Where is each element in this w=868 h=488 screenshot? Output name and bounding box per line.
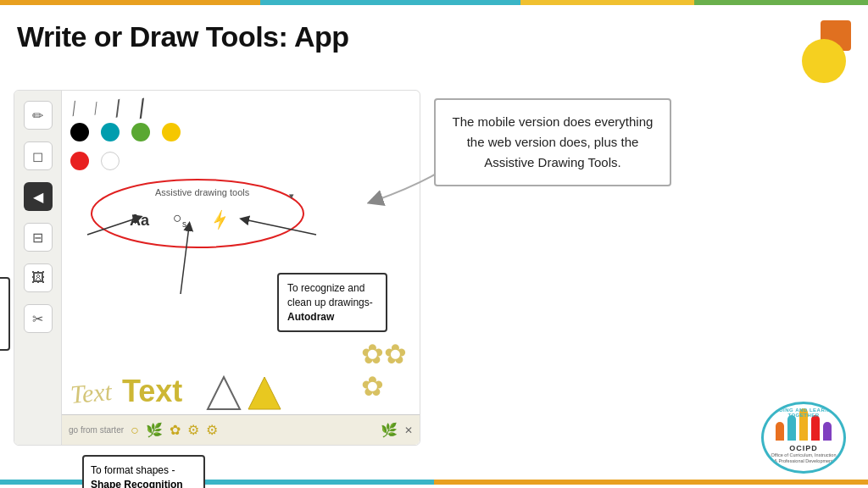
bottom-strip-close[interactable]: ✕: [404, 424, 413, 436]
bottom-strip-icon-4: ⚙: [187, 422, 199, 438]
annotation-handwriting: To clean up written text to typed text-H…: [0, 277, 10, 351]
page-title: Write or Draw Tools: App: [17, 20, 349, 53]
triangle-filled: [247, 375, 282, 411]
bottom-strip-text: go from starter: [69, 425, 124, 435]
color-teal[interactable]: [101, 123, 120, 141]
pillar-4: [811, 415, 820, 441]
bottom-strip-icon-3: ✿: [170, 422, 181, 438]
callout-text: The mobile version does everything the w…: [453, 114, 654, 169]
pen-icon-4: ╱: [135, 98, 150, 119]
flower-drawing: ✿✿✿: [361, 338, 407, 402]
triangle-shapes: [206, 375, 282, 411]
sidebar-toolbar: ✏ ◻ ◀ ⊟ 🖼 ✂: [14, 91, 62, 445]
main-content: ✏ ◻ ◀ ⊟ 🖼 ✂ ╱ ╱ ╱ ╱: [0, 90, 868, 480]
pen-icon-3: ╱: [111, 99, 125, 117]
text-watermark-area: Text Text: [70, 374, 182, 409]
color-white[interactable]: [101, 152, 120, 170]
annotation-shape: To format shapes - Shape Recognition: [82, 455, 205, 488]
logo-yellow-circle: [802, 39, 846, 83]
ocipd-arc-text: LEADING AND LEARNING TOGETHER: [764, 408, 843, 418]
svg-marker-7: [248, 377, 281, 409]
annotation-shape-bold: Shape Recognition: [91, 479, 183, 488]
pillar-1: [776, 422, 784, 441]
canvas-area[interactable]: ╱ ╱ ╱ ╱ Assistive drawing: [62, 91, 420, 445]
triangle-outline: [206, 375, 242, 411]
eraser-tool-button[interactable]: ◻: [24, 141, 53, 170]
bottom-strip-icon-5: ⚙: [206, 422, 218, 438]
annotation-autodraw: To recognize and clean up drawings-Autod…: [277, 273, 387, 332]
pen-tool-button[interactable]: ✏: [24, 101, 53, 130]
pillar-2: [787, 415, 796, 441]
logo-area: [802, 20, 851, 83]
bottom-strip-icon-1: ○: [131, 423, 139, 438]
pen-size-row: ╱ ╱ ╱ ╱: [70, 99, 147, 118]
shape-icon[interactable]: ○s: [173, 209, 186, 229]
select-tool-button[interactable]: ◀: [24, 182, 53, 211]
cursive-text-watermark: Text: [70, 377, 114, 409]
bottom-tool-strip: go from starter ○ 🌿 ✿ ⚙ ⚙ 🌿 ✕: [62, 414, 420, 445]
bottom-strip-icon-2: 🌿: [146, 422, 163, 438]
assistive-icons-row: Aа ○s ⚡: [130, 211, 229, 230]
image-tool-button[interactable]: 🖼: [24, 263, 53, 292]
ocipd-tagline: Office of Curriculum, Instruction& Profe…: [768, 452, 840, 464]
svg-text:Assistive drawing tools: Assistive drawing tools: [155, 187, 250, 197]
ocipd-logo-area: LEADING AND LEARNING TOGETHER OCIPD Offi…: [761, 402, 854, 478]
svg-marker-6: [208, 377, 240, 409]
cut-tool-button[interactable]: ✂: [24, 304, 53, 333]
svg-text:▾: ▾: [289, 191, 294, 201]
pillar-5: [823, 422, 832, 441]
color-green[interactable]: [131, 123, 150, 141]
autodraw-icon[interactable]: ⚡: [208, 208, 231, 232]
ocipd-name: OCIPD: [789, 444, 818, 452]
header: Write or Draw Tools: App: [0, 5, 868, 90]
callout-box: The mobile version does everything the w…: [434, 98, 671, 186]
text-tool-button[interactable]: ⊟: [24, 223, 53, 252]
color-yellow[interactable]: [162, 123, 181, 141]
pen-icon-1: ╱: [69, 101, 80, 116]
color-swatch-row-2: [70, 152, 120, 170]
handwriting-icon[interactable]: Aа: [130, 212, 149, 230]
assistive-tools-container: Assistive drawing tools ▾ Aа ○s ⚡: [87, 175, 308, 252]
bottom-strip-icon-6: 🌿: [381, 422, 398, 438]
app-mockup: ✏ ◻ ◀ ⊟ 🖼 ✂ ╱ ╱ ╱ ╱: [14, 90, 420, 446]
color-red[interactable]: [70, 152, 89, 170]
annotation-autodraw-bold: Autodraw: [287, 311, 334, 323]
bold-text-watermark: Text: [122, 374, 182, 409]
color-swatch-row: [70, 123, 181, 141]
color-black[interactable]: [70, 123, 89, 141]
ocipd-circle: LEADING AND LEARNING TOGETHER OCIPD Offi…: [761, 402, 846, 474]
pen-icon-2: ╱: [91, 102, 100, 115]
